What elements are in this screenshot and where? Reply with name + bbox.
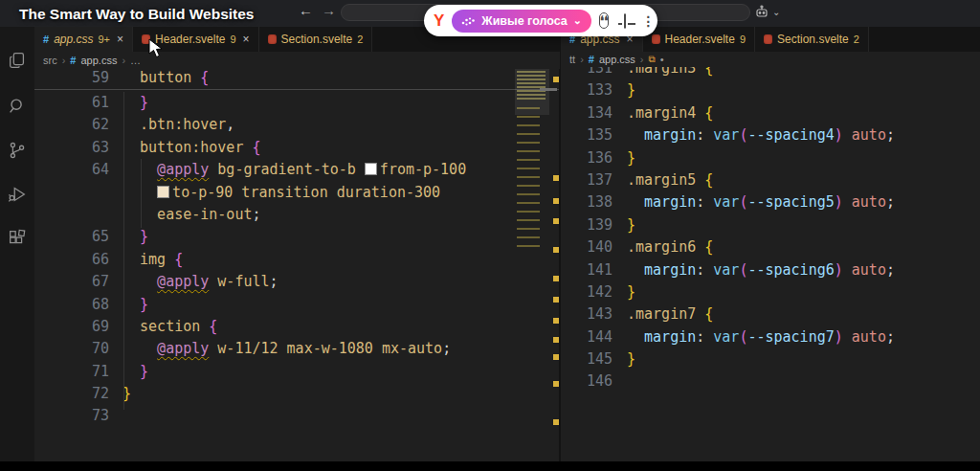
code-token: bg-gradient-to-b <box>217 161 365 178</box>
code-line[interactable]: 67@apply w-full; <box>34 271 560 293</box>
code-line[interactable]: 140.margin6 { <box>561 236 980 258</box>
code-line[interactable]: 135margin: var(--spacing4) auto; <box>561 124 980 146</box>
code-token: --spacing5 <box>747 193 834 211</box>
code-line[interactable]: 137.margin5 { <box>561 169 980 191</box>
extensions-robot-icon[interactable] <box>754 4 769 19</box>
search-icon[interactable] <box>7 96 28 117</box>
forward-icon[interactable]: → <box>322 2 336 18</box>
tab-section-svelte[interactable]: Section.svelte 2 <box>755 27 869 52</box>
code-line[interactable]: 142} <box>561 281 980 303</box>
code-token: auto <box>852 126 886 144</box>
minimap[interactable] <box>517 63 547 264</box>
code-line[interactable]: to-p-90 transition duration-300 <box>34 182 560 204</box>
code-token: from-p-100 <box>380 161 466 178</box>
code-line[interactable]: 73 <box>34 405 560 427</box>
code-line[interactable]: 65} <box>34 226 560 248</box>
back-icon[interactable]: ← <box>299 2 313 18</box>
close-icon[interactable]: × <box>117 33 123 46</box>
code-token: margin <box>644 328 696 346</box>
code-token: var <box>713 328 739 346</box>
code-line[interactable]: 136} <box>561 147 980 169</box>
line-number: 72 <box>34 383 109 405</box>
code-token: ) <box>835 261 843 279</box>
code-line[interactable]: 139} <box>561 214 980 236</box>
breadcrumb-folder[interactable]: tt <box>569 54 575 65</box>
code-line[interactable]: 71} <box>34 361 560 383</box>
code-token: --spacing6 <box>747 261 834 279</box>
code-line[interactable]: 66img { <box>34 249 560 271</box>
problems-badge: 2 <box>854 34 859 45</box>
live-voices-button[interactable]: Живые голоса ⌄ <box>452 10 591 33</box>
code-line[interactable]: 70@apply w-11/12 max-w-1080 mx-auto; <box>34 338 560 360</box>
code-token: margin <box>644 126 696 144</box>
code-line[interactable]: 68} <box>34 294 560 316</box>
code-line[interactable]: 141margin: var(--spacing6) auto; <box>561 259 980 281</box>
source-control-icon[interactable] <box>7 140 28 161</box>
breadcrumb-folder[interactable]: src <box>43 55 57 66</box>
code-area[interactable]: 131.margin3 {133}134.margin4 {135margin:… <box>561 57 980 393</box>
line-number: 146 <box>561 370 612 392</box>
code-token: --spacing4 <box>747 126 834 144</box>
code-token: .margin6 <box>627 238 704 256</box>
code-line[interactable]: 64@apply bg-gradient-to-b from-p-100 <box>34 159 560 181</box>
quote-icon[interactable]: ❛❛ <box>599 12 609 29</box>
line-number: 134 <box>561 102 612 124</box>
code-token: { <box>704 104 713 122</box>
code-line[interactable]: 134.margin4 { <box>561 102 980 124</box>
kebab-menu-icon[interactable]: ⋮ <box>641 13 655 29</box>
code-line[interactable]: ease-in-out; <box>34 204 560 226</box>
breadcrumb-symbol[interactable]: • <box>660 54 664 65</box>
code-line[interactable]: 69section { <box>34 316 560 338</box>
yandex-logo[interactable]: Y <box>434 12 444 29</box>
code-line[interactable]: 133} <box>561 79 980 101</box>
css-file-icon: # <box>70 55 76 66</box>
code-line[interactable]: 144margin: var(--spacing7) auto; <box>561 326 980 348</box>
run-debug-icon[interactable] <box>7 184 28 205</box>
close-icon[interactable]: × <box>243 33 250 46</box>
screen: ← → ⌄ Y Живые голоса ⌄ ❛❛ ⋮ <box>0 0 980 471</box>
code-line[interactable]: 63button:hover { <box>34 137 560 159</box>
code-token: ) <box>835 126 843 144</box>
code-token <box>843 328 852 346</box>
line-number: 71 <box>34 361 109 383</box>
code-line[interactable]: 138margin: var(--spacing5) auto; <box>561 191 980 213</box>
code-token: ease-in-out <box>157 206 252 223</box>
problems-badge: 9 <box>740 34 746 45</box>
explorer-icon[interactable] <box>7 50 28 71</box>
code-line[interactable]: 145} <box>561 348 980 370</box>
code-token: ; <box>886 193 895 211</box>
code-area[interactable]: 61}62.btn:hover,63button:hover {64@apply… <box>34 92 560 428</box>
code-line[interactable]: 61} <box>34 92 560 114</box>
line-number: 140 <box>561 236 612 258</box>
line-number <box>34 182 109 204</box>
sticky-scroll-line[interactable]: 59button { <box>34 67 560 90</box>
breadcrumb-symbol[interactable]: … <box>130 55 141 66</box>
code-token: } <box>627 283 635 301</box>
chevron-down-icon[interactable]: ⌄ <box>772 7 780 17</box>
code-line[interactable]: 59button { <box>34 67 560 89</box>
tab-header-svelte[interactable]: Header.svelte 9 <box>643 27 756 52</box>
code-token: { <box>704 238 713 256</box>
code-token: } <box>140 363 148 380</box>
code-line[interactable]: 146 <box>561 370 980 392</box>
breadcrumb-file[interactable]: app.css <box>80 55 117 66</box>
subtitles-icon[interactable] <box>624 13 626 29</box>
code-line[interactable]: 62.btn:hover, <box>34 114 560 136</box>
svelte-icon <box>764 34 772 44</box>
code-token: margin <box>644 261 696 279</box>
code-line[interactable]: 143.margin7 { <box>561 303 980 325</box>
code-token: { <box>704 171 713 189</box>
indent-guide <box>123 92 124 410</box>
extensions-icon[interactable] <box>7 228 28 249</box>
line-number: 69 <box>34 316 109 338</box>
problems-badge: 9+ <box>98 34 110 45</box>
tab-section-svelte[interactable]: Section.svelte 2 <box>259 27 373 52</box>
code-token: @apply <box>157 161 209 178</box>
css-file-icon: # <box>589 54 594 65</box>
line-number: 138 <box>561 191 612 213</box>
code-token: button:hover <box>140 139 252 156</box>
color-swatch <box>365 163 377 175</box>
breadcrumb-file[interactable]: app.css <box>599 54 635 65</box>
tab-app-css[interactable]: # app.css 9+ × <box>34 27 133 52</box>
code-line[interactable]: 72} <box>34 383 560 405</box>
